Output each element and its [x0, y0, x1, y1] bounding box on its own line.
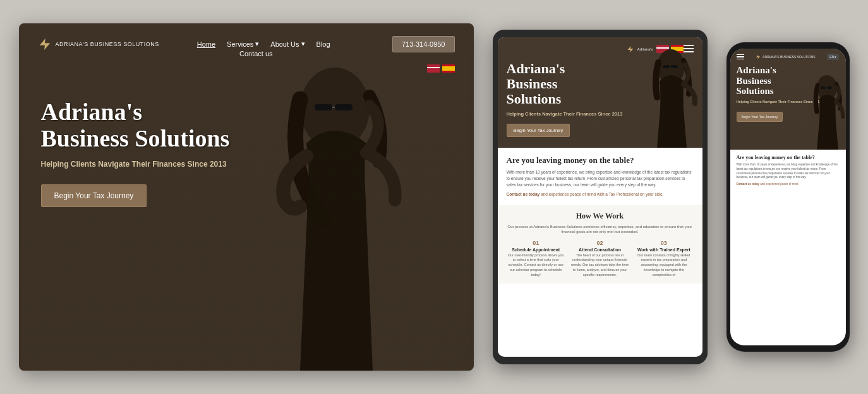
phone-cta-button[interactable]: Begin Your Tax Journey — [737, 112, 783, 122]
desktop-screen: ADRIANA'S BUSINESS SOLUTIONS Home Servic… — [19, 23, 474, 371]
desktop-nav: ADRIANA'S BUSINESS SOLUTIONS Home Servic… — [19, 23, 474, 64]
desktop-hero-subtitle: Helping Clients Navigate Their Finances … — [41, 160, 230, 169]
svg-rect-5 — [663, 65, 670, 68]
tablet-step-2-num: 02 — [570, 240, 629, 246]
phone-logo-text: ADRIANA'S BUSINESS SOLUTIONS — [763, 55, 815, 59]
desktop-logo: ADRIANA'S BUSINESS SOLUTIONS — [38, 37, 159, 51]
tablet-hero: Adriana's Adriana — [498, 37, 702, 148]
tablet-cta-button[interactable]: Begin Your Tax Journey — [507, 124, 570, 137]
tablet-body: Are you leaving money on the table? With… — [498, 148, 702, 205]
svg-rect-8 — [821, 87, 826, 89]
desktop-phone-button[interactable]: 713-314-0950 — [392, 36, 455, 52]
desktop-mockup: ADRIANA'S BUSINESS SOLUTIONS Home Servic… — [19, 23, 474, 371]
desktop-nav-links: Home Services ▾ About Us ▾ Blog — [197, 40, 330, 48]
tablet-step-3-text: Our team consists of highly skilled expe… — [634, 253, 693, 277]
svg-rect-1 — [315, 104, 332, 110]
phone-body: Are you leaving money on the table? With… — [730, 150, 846, 192]
tablet-step-3-title: Work with Trained Expert — [634, 248, 693, 252]
tablet-step-1-text: Our user-friendly process allows you to … — [507, 253, 565, 277]
tablet-step-2-text: The heart of our process lies in underst… — [570, 253, 629, 277]
tablet-step-1: 01 Schedule Appointment Our user-friendl… — [507, 240, 565, 277]
tablet-content: Adriana's Adriana — [498, 37, 702, 357]
phone-hero: ADRIANA'S BUSINESS SOLUTIONS EN ▾ Adrian… — [730, 49, 846, 150]
desktop-hero: Adriana's Business Solutions Helping Cli… — [41, 99, 230, 207]
tablet-how-title: How We Work — [507, 212, 694, 221]
tablet-cta-text: Contact us today and experience peace of… — [507, 191, 694, 198]
tablet-person — [633, 47, 702, 148]
tablet-steps: 01 Schedule Appointment Our user-friendl… — [507, 240, 694, 277]
nav-link-about[interactable]: About Us ▾ — [270, 40, 304, 48]
phone-body-text: With more than 10 years of experience, w… — [737, 163, 840, 180]
tablet-step-3: 03 Work with Trained Expert Our team con… — [634, 240, 693, 277]
nav-link-home[interactable]: Home — [197, 40, 215, 48]
tablet-step-2-title: Attend Consultation — [570, 248, 629, 252]
nav-link-blog[interactable]: Blog — [316, 40, 330, 48]
desktop-logo-text: ADRIANA'S BUSINESS SOLUTIONS — [56, 41, 159, 47]
phone-lang-badge[interactable]: EN ▾ — [827, 54, 839, 60]
flag-es[interactable] — [442, 64, 455, 73]
phone-cta-link[interactable]: Contact us today — [737, 182, 760, 186]
tablet-how-desc: Our process at Adriana's Business Soluti… — [507, 224, 694, 235]
tablet-screen: Adriana's Adriana — [498, 37, 702, 357]
phone-content: ADRIANA'S BUSINESS SOLUTIONS EN ▾ Adrian… — [730, 49, 846, 345]
desktop-cta-button[interactable]: Begin Your Tax Journey — [41, 184, 147, 207]
phone-cta-suffix: and experience peace of mind — [760, 182, 798, 186]
tablet-cta-link[interactable]: Contact us today — [507, 192, 540, 196]
tablet-section-title: Are you leaving money on the table? — [507, 155, 694, 165]
tablet-mockup: Adriana's Adriana — [493, 30, 708, 364]
desktop-hero-person — [208, 61, 423, 371]
flag-us[interactable] — [427, 64, 440, 73]
tablet-step-2: 02 Attend Consultation The heart of our … — [570, 240, 629, 277]
tablet-body-text: With more than 10 years of experience, w… — [507, 169, 694, 188]
phone-logo-nav: ADRIANA'S BUSINESS SOLUTIONS — [756, 54, 815, 59]
phone-cta-text: Contact us today and experience peace of… — [737, 182, 840, 187]
tablet-step-1-num: 01 — [507, 240, 565, 246]
phone-mockup: ADRIANA'S BUSINESS SOLUTIONS EN ▾ Adrian… — [726, 42, 850, 352]
tablet-step-3-num: 03 — [634, 240, 693, 246]
tablet-step-1-title: Schedule Appointment — [507, 248, 565, 252]
phone-section-title: Are you leaving money on the table? — [737, 155, 840, 160]
phone-person — [802, 74, 846, 150]
nav-link-services[interactable]: Services ▾ — [227, 40, 259, 48]
svg-rect-6 — [671, 65, 678, 68]
svg-rect-9 — [827, 87, 832, 89]
tablet-how-section: How We Work Our process at Adriana's Bus… — [498, 205, 702, 284]
phone-screen: ADRIANA'S BUSINESS SOLUTIONS EN ▾ Adrian… — [730, 49, 846, 345]
desktop-hero-title: Adriana's Business Solutions — [41, 99, 230, 152]
desktop-flags — [427, 64, 455, 73]
svg-rect-2 — [335, 104, 353, 110]
phone-hamburger[interactable] — [737, 54, 744, 60]
phone-nav: ADRIANA'S BUSINESS SOLUTIONS EN ▾ — [737, 54, 840, 60]
